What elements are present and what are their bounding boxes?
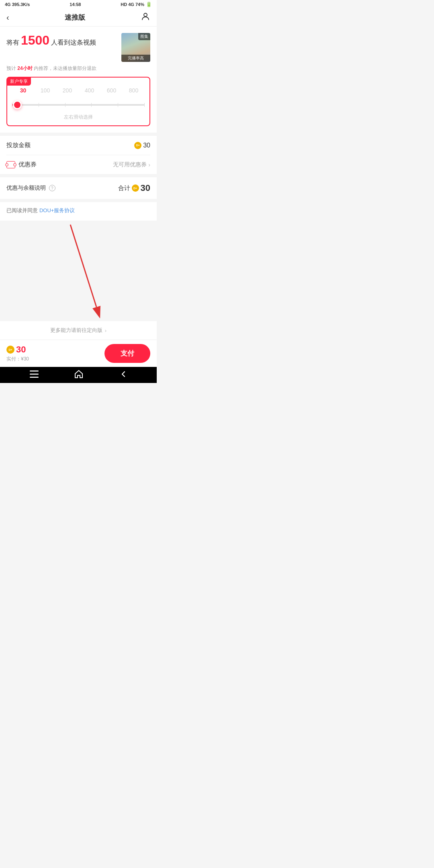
amount-value: D+ 30 (134, 142, 150, 149)
reach-suffix: 人看到这条视频 (51, 39, 96, 46)
reach-info-row: 将有 1500 人看到这条视频 图集 完播率高 (6, 33, 150, 62)
status-left: 4G 395.3K/s (5, 2, 30, 7)
slider-label-100: 100 (34, 87, 56, 94)
coupon-value-text: 无可用优惠券 (113, 161, 147, 168)
slider-thumb[interactable] (13, 100, 22, 109)
coin-icon: D+ (134, 142, 141, 149)
tick-3 (65, 103, 66, 107)
status-time: 14:58 (70, 2, 81, 7)
amount-number: 30 (143, 142, 150, 149)
agreement-section: 已阅读并同意 DOU+服务协议 (0, 202, 157, 221)
menu-icon[interactable] (30, 371, 39, 380)
slider-track-wrap[interactable] (12, 100, 145, 110)
signal-text: 4G 395.3K/s (5, 2, 30, 7)
total-section: 优惠与余额说明 ? 合计 D+ 30 (0, 177, 157, 199)
total-right: 合计 D+ 30 (118, 183, 150, 193)
coupon-row[interactable]: 优惠券 无可用优惠券 › (6, 155, 150, 174)
reach-card: 将有 1500 人看到这条视频 图集 完播率高 预计 24小时 内推荐，未达播放… (0, 27, 157, 133)
arrow-annotation (0, 221, 157, 321)
tick-5 (118, 103, 118, 107)
video-thumbnail: 图集 完播率高 (121, 33, 150, 62)
status-bar: 4G 395.3K/s 14:58 HD 4G 74% 🔋 (0, 0, 157, 9)
total-left: 优惠与余额说明 ? (6, 184, 55, 192)
slider-labels: 30 100 200 400 600 800 (12, 84, 145, 94)
home-icon[interactable] (74, 370, 83, 381)
reach-number: 1500 (21, 33, 49, 47)
coupon-label: 优惠券 (6, 161, 37, 168)
nav-bar: ‹ 速推版 (0, 9, 157, 27)
new-user-badge: 新户专享 (7, 77, 31, 86)
nav-bottom (0, 367, 157, 383)
reach-text-block: 将有 1500 人看到这条视频 (6, 33, 96, 48)
status-right: HD 4G 74% 🔋 (121, 2, 152, 7)
coupon-value: 无可用优惠券 › (113, 161, 150, 168)
slider-section[interactable]: 新户专享 30 100 200 400 600 800 (6, 77, 150, 126)
tick-4 (91, 103, 92, 107)
slider-hint: 左右滑动选择 (12, 114, 145, 121)
svg-rect-5 (30, 377, 39, 378)
profile-icon[interactable] (141, 12, 150, 24)
divider-2 (0, 174, 157, 177)
more-text: 更多能力请前往定向版 (50, 327, 102, 334)
bottom-price-info: D+ 30 实付：¥30 (6, 344, 29, 362)
info-section: 投放金额 D+ 30 优惠券 无可用优惠券 › (0, 136, 157, 174)
bottom-main-price: D+ 30 (6, 344, 29, 355)
estimate-time: 24小时 (17, 66, 32, 71)
divider-1 (0, 133, 157, 136)
slider-label-800: 800 (123, 87, 145, 94)
tick-2 (39, 103, 39, 107)
coupon-icon (6, 161, 15, 168)
slider-label-200: 200 (56, 87, 78, 94)
red-arrow-svg (38, 221, 119, 321)
more-section[interactable]: 更多能力请前往定向版 › (0, 321, 157, 340)
amount-row: 投放金额 D+ 30 (6, 136, 150, 155)
main-content: 将有 1500 人看到这条视频 图集 完播率高 预计 24小时 内推荐，未达播放… (0, 27, 157, 340)
tick-6 (144, 103, 145, 107)
slider-label-30: 30 (12, 87, 34, 94)
bottom-coin-icon: D+ (6, 346, 14, 354)
back-nav-icon[interactable] (119, 370, 127, 380)
total-amount: 30 (141, 183, 150, 193)
svg-rect-3 (30, 371, 39, 372)
coupon-label-text: 优惠券 (18, 161, 37, 168)
back-button[interactable]: ‹ (6, 13, 9, 22)
divider-3 (0, 199, 157, 202)
slider-label-600: 600 (100, 87, 123, 94)
slider-track[interactable] (12, 104, 145, 106)
more-chevron: › (105, 328, 106, 334)
thumbnail-badge-bottom: 完播率高 (121, 55, 150, 62)
slider-label-400: 400 (78, 87, 100, 94)
battery-icon: 🔋 (146, 2, 152, 7)
agreement-prefix: 已阅读并同意 (6, 207, 38, 213)
bottom-actual: 实付：¥30 (6, 356, 29, 362)
thumbnail-badge-top: 图集 (138, 33, 150, 40)
total-label: 合计 (118, 184, 130, 192)
svg-rect-4 (30, 373, 39, 375)
reach-prefix: 将有 (6, 39, 19, 46)
amount-label: 投放金额 (6, 141, 31, 149)
svg-line-2 (70, 225, 96, 307)
pay-button[interactable]: 支付 (104, 344, 150, 363)
coupon-chevron: › (148, 162, 150, 168)
page-title: 速推版 (65, 13, 85, 22)
agreement-link[interactable]: DOU+服务协议 (39, 207, 75, 213)
svg-point-0 (144, 13, 147, 16)
total-coin-icon: D+ (132, 184, 139, 192)
amount-label-text: 投放金额 (6, 141, 31, 149)
battery-text: HD 4G 74% (121, 2, 144, 7)
discount-label: 优惠与余额说明 (6, 184, 46, 191)
bottom-bar: D+ 30 实付：¥30 支付 (0, 340, 157, 367)
estimate-text: 预计 24小时 内推荐，未达播放量部分退款 (6, 65, 150, 72)
total-row: 优惠与余额说明 ? 合计 D+ 30 (6, 183, 150, 193)
slider-ticks (12, 103, 145, 107)
help-icon[interactable]: ? (49, 185, 55, 191)
bottom-amount: 30 (16, 344, 26, 355)
